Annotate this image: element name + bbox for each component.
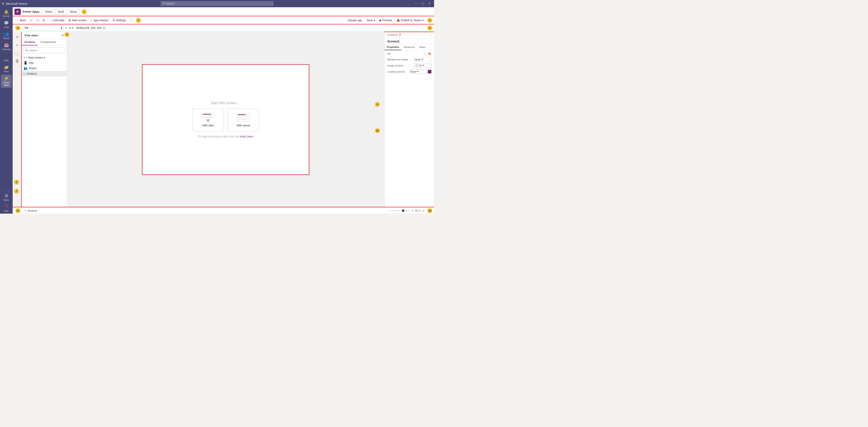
annotation-2: 2 — [136, 18, 141, 23]
with-data-option[interactable]: ⊞ With data — [192, 109, 224, 131]
zoom-slider[interactable] — [392, 210, 410, 211]
fill-color-swatch[interactable] — [424, 52, 427, 55]
toolbar-right: Sample app Save ▾ ▶ Preview 📤 Publish to… — [347, 18, 432, 23]
sidebar-item-teams[interactable]: 👥 Teams — [1, 30, 12, 41]
annotation-7: 7 — [14, 189, 19, 194]
tree-search-input[interactable] — [29, 49, 63, 52]
tree-close-button[interactable]: ✕ — [61, 33, 64, 37]
props-tab-advanced[interactable]: Advanced — [401, 44, 417, 50]
publish-button[interactable]: 📤 Publish to Teams ▾ — [395, 18, 426, 23]
props-tab-ideas[interactable]: Ideas — [417, 44, 428, 50]
search-placeholder: Search — [166, 2, 174, 5]
preview-button[interactable]: ▶ Preview — [378, 18, 394, 23]
files-label: Files — [4, 70, 8, 73]
tree-item-screen1[interactable]: □ Screen1 ⋯ — [22, 71, 67, 76]
props-expand-icon[interactable]: › — [431, 33, 431, 37]
powerapps-logo: P — [14, 9, 21, 15]
add-data-button[interactable]: + Add data — [50, 18, 66, 23]
tab-home[interactable]: Home — [42, 9, 55, 14]
app-checker-button[interactable]: ✓ App checker — [89, 18, 111, 23]
tree-tab-screens[interactable]: Screens — [22, 39, 38, 45]
close-btn[interactable]: × — [427, 2, 432, 6]
with-data-visual: ⊞ — [201, 113, 215, 122]
title-bar: ⊞ Microsoft Teams 🔍 Search ... − □ × — [0, 0, 434, 7]
activity-icon: 🔔 — [4, 9, 9, 14]
sidebar-item-powerapps[interactable]: ⚡ Power Apps — [1, 75, 12, 88]
data-view-toggle[interactable]: 🗄 — [13, 58, 21, 65]
canvas-options: ⊞ With data — [192, 109, 259, 131]
sidebar-item-apps[interactable]: ⊞ Apps — [1, 192, 12, 202]
zoom-slider-thumb[interactable] — [402, 209, 404, 212]
formula-expand-icon[interactable]: ⌄ — [422, 27, 424, 30]
more-button[interactable]: ⋮ — [128, 18, 134, 23]
props-tab-properties[interactable]: Properties — [384, 44, 401, 50]
tree-view-toggle[interactable]: ≡ — [13, 33, 21, 41]
spinner-dropdown-icon: ▾ — [417, 70, 418, 73]
with-layout-option[interactable]: With layout — [227, 109, 259, 131]
new-screen-button[interactable]: 🖥 New screen — [66, 18, 88, 23]
props-help-icon[interactable]: ❓ — [398, 33, 402, 37]
bg-image-value[interactable]: None ▾ — [413, 57, 431, 62]
bottom-screen1[interactable]: □ Screen1 — [23, 209, 39, 212]
zoom-percent: 90 % — [415, 209, 421, 212]
tree-tab-components[interactable]: Components — [38, 39, 59, 45]
formula-fx-button[interactable]: fx ▾ — [69, 27, 73, 30]
maximize-btn[interactable]: □ — [420, 2, 426, 6]
settings-icon: ⚙ — [113, 19, 115, 22]
image-pos-dropdown-icon: ▾ — [423, 64, 424, 67]
sidebar-item-chat[interactable]: 💬 Chat — [1, 19, 12, 30]
mouse-tool[interactable]: ⬚ — [13, 50, 21, 57]
annotation-3: 3 — [427, 18, 432, 23]
with-layout-label: With layout — [237, 124, 250, 127]
back-button[interactable]: ← Back — [14, 18, 28, 23]
sidebar-item-activity[interactable]: 🔔 Activity — [1, 8, 12, 19]
search-icon: 🔍 — [162, 2, 166, 5]
tree-item-app[interactable]: 📱 App — [22, 60, 67, 66]
new-screen-btn[interactable]: + + New screen ▾ — [22, 55, 67, 60]
zoom-out-button[interactable]: − — [389, 209, 391, 212]
fill-picker-icon[interactable]: 🎨 — [428, 52, 431, 55]
redo-button[interactable]: ↪ — [35, 18, 40, 23]
save-button[interactable]: Save ▾ — [365, 18, 377, 23]
sidebar-item-calls[interactable]: 📞 Calls — [1, 53, 12, 63]
with-layout-visual — [237, 113, 250, 122]
calendar-label: Calendar — [2, 48, 11, 51]
spinner-color-swatch[interactable] — [428, 70, 431, 73]
loading-spinner-value[interactable]: None ▾ — [409, 69, 427, 74]
app-icon: 📱 — [24, 61, 27, 65]
tab-build[interactable]: Build — [55, 9, 67, 14]
zoom-in-button[interactable]: + — [412, 209, 413, 212]
publish-dropdown-icon: ▾ — [422, 19, 424, 22]
redo-icon: ↪ — [36, 19, 39, 22]
copy-button[interactable]: ⧉ — [41, 18, 46, 23]
formula-input[interactable]: RGBA(255, 255, 255, 1) — [75, 26, 420, 30]
tree-tabs: Screens Components — [22, 39, 67, 46]
bottom-bar: 11 □ Screen1 − + 90 % ⤢ 12 — [13, 207, 434, 214]
bottom-screen1-label: Screen1 — [28, 209, 37, 212]
props-header: SCREEN ❓ › — [384, 32, 434, 39]
tree-search-icon: 🔍 — [25, 49, 29, 52]
sidebar-item-calendar[interactable]: 📅 Calendar — [1, 41, 12, 52]
image-position-value[interactable]: ⬜ Fit ▾ — [413, 63, 431, 68]
annotation-12: 12 — [427, 208, 432, 213]
settings-button[interactable]: ⚙ Settings — [111, 18, 127, 23]
title-search-bar[interactable]: 🔍 Search — [160, 1, 274, 6]
data-table-icon: ⊞ — [207, 119, 209, 122]
undo-button[interactable]: ↩ — [28, 18, 34, 23]
insert-pane-link[interactable]: Insert pane — [240, 135, 253, 138]
minimize-btn[interactable]: − — [413, 2, 419, 6]
fit-screen-button[interactable]: ⤢ — [422, 209, 425, 212]
tree-title: Tree view — [24, 34, 38, 37]
image-position-label: Image position — [387, 64, 404, 67]
annotation-6: 6 — [14, 180, 19, 185]
sidebar-item-help[interactable]: ❓ Help — [1, 203, 12, 214]
save-dropdown-icon: ▾ — [374, 19, 375, 22]
insert-toggle[interactable]: + — [13, 42, 21, 49]
tree-item-teams[interactable]: 👥 Teams — [22, 66, 67, 71]
property-selector[interactable]: Fill ▾ — [23, 25, 64, 31]
more-options-btn[interactable]: ... — [406, 2, 412, 6]
fx-dropdown-icon: ▾ — [72, 27, 73, 30]
tab-about[interactable]: About — [67, 9, 80, 14]
sidebar-item-files[interactable]: 📁 Files — [1, 64, 12, 74]
canvas-area: 9 Start this screen ... — [67, 32, 384, 207]
